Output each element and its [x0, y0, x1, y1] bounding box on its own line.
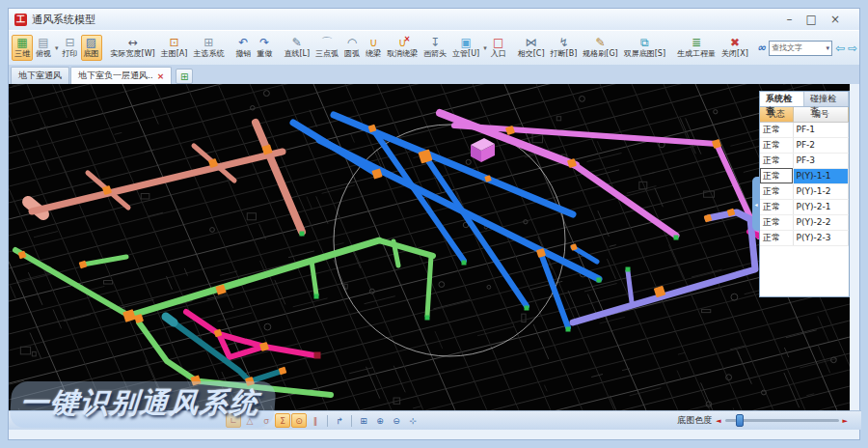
slider-right-mark-icon: ► [843, 417, 848, 425]
snap-sum-button[interactable]: Ʃ [275, 413, 290, 428]
intersect-button[interactable]: ⋈相交[C] [515, 35, 548, 61]
spec-brush-button[interactable]: ✎规格刷[G] [580, 35, 620, 61]
dual-screen-basemap-icon: ⧉ [640, 37, 649, 49]
table-row[interactable]: 正常P(Y)-1-1 [760, 168, 849, 183]
arc-button[interactable]: ◠圆弧 [341, 35, 363, 61]
row-code[interactable]: P(Y)-2-2 [793, 214, 849, 230]
find-previous-button[interactable]: ⇦ [835, 42, 845, 54]
row-status[interactable]: 正常 [760, 230, 793, 245]
main-view-button[interactable]: ⊡主图[A] [158, 35, 191, 61]
view-top-dropdown-icon[interactable]: ▾ [55, 44, 59, 52]
main-system-button[interactable]: ⊞主选系统 [190, 35, 227, 61]
view-top-label: 俯视 [36, 49, 51, 59]
statusbar-separator [351, 415, 352, 427]
title-bar: 工 通风系统模型 – □ × [9, 9, 859, 30]
main-toolbar: ▦三维▤俯视▾⊟打印▨底图↔实际宽度[W]⊡主图[A]⊞主选系统↶撤销↷重做✎直… [9, 30, 859, 65]
model-viewport[interactable]: ◂ 系统检查 碰撞检查 状态 编号 正常PF-1正常PF-2正常PF-3正常P(… [9, 84, 850, 410]
column-header-code[interactable]: 编号 [793, 107, 849, 122]
riser-dropdown-icon[interactable]: ▾ [483, 44, 487, 52]
row-code[interactable]: PF-2 [793, 137, 849, 153]
zoom-in-button[interactable]: ⊕ [372, 413, 388, 428]
arc-3pt-button[interactable]: ⌒三点弧 [312, 35, 341, 61]
row-code[interactable]: P(Y)-1-2 [793, 183, 849, 199]
view-3d-label: 三维 [14, 49, 30, 59]
print-button[interactable]: ⊟打印 [60, 35, 81, 61]
zoom-extents-button[interactable]: ⊞ [356, 413, 371, 428]
tab-basement-vent[interactable]: 地下室通风 [11, 67, 69, 84]
basemap-chroma-slider[interactable] [725, 419, 839, 422]
close-doc-icon: ✖ [730, 37, 740, 49]
main-system-label: 主选系统 [193, 49, 224, 59]
tab-collision-check[interactable]: 碰撞检查 [804, 92, 849, 106]
draw-arrow-icon: ↧ [430, 37, 440, 49]
row-status[interactable]: 正常 [760, 137, 793, 153]
riser-label: 立管[U] [452, 49, 479, 59]
wrap-beam-button[interactable]: ∪绕梁 [363, 35, 384, 61]
riser-button[interactable]: ▣立管[U] [449, 35, 482, 61]
row-status[interactable]: 正常 [760, 214, 793, 230]
find-text-input[interactable]: 查找文字 ▾ [769, 41, 832, 56]
row-code[interactable]: PF-3 [793, 153, 849, 168]
orbit-button[interactable]: ↱ [332, 413, 347, 428]
intersect-icon: ⋈ [526, 37, 537, 49]
break-button[interactable]: ↯打断[B] [548, 35, 581, 61]
generate-quantities-button[interactable]: ≣生成工程量 [674, 35, 719, 61]
panel-collapse-handle[interactable]: ◂ [752, 177, 760, 231]
actual-width-button[interactable]: ↔实际宽度[W] [108, 35, 158, 61]
snap-parallel-button[interactable]: ∥ [308, 413, 323, 428]
table-row[interactable]: 正常P(Y)-2-2 [760, 214, 849, 230]
line-icon: ✎ [292, 37, 302, 49]
table-row[interactable]: 正常PF-1 [760, 122, 849, 137]
row-code[interactable]: P(Y)-2-1 [793, 199, 849, 214]
basemap-label: 底图 [84, 49, 99, 59]
minimize-button[interactable]: – [787, 13, 793, 26]
row-code[interactable]: P(Y)-2-3 [793, 230, 849, 245]
pan-button[interactable]: ⊹ [405, 413, 420, 428]
row-status[interactable]: 正常 [760, 153, 793, 168]
break-icon: ↯ [558, 37, 568, 49]
row-status[interactable]: 正常 [760, 122, 793, 137]
row-code[interactable]: PF-1 [793, 122, 849, 137]
table-row[interactable]: 正常P(Y)-1-2 [760, 183, 849, 199]
maximize-button[interactable]: □ [806, 13, 817, 26]
table-row[interactable]: 正常PF-2 [760, 137, 849, 153]
riser-icon: ▣ [460, 37, 471, 49]
cancel-x-icon: × [404, 34, 411, 45]
tab-basement-b1-vent[interactable]: 地下室负一层通风.. × [70, 67, 172, 84]
draw-arrow-button[interactable]: ↧画箭头 [420, 35, 449, 61]
redo-button[interactable]: ↷重做 [254, 35, 275, 61]
row-status[interactable]: 正常 [760, 199, 793, 214]
close-button[interactable]: × [830, 13, 840, 26]
dual-screen-basemap-button[interactable]: ⧉双屏底图[S] [621, 35, 668, 61]
redo-icon: ↷ [259, 37, 269, 49]
entry-label: 入口 [491, 49, 506, 59]
zoom-out-button[interactable]: ⊖ [389, 413, 404, 428]
tab-close-icon[interactable]: × [157, 71, 165, 81]
table-row[interactable]: 正常P(Y)-2-1 [760, 199, 849, 214]
watermark-text: 一键识别通风系统 [9, 381, 276, 428]
undo-button[interactable]: ↶撤销 [232, 35, 254, 61]
row-status[interactable]: 正常 [760, 183, 793, 199]
entry-button[interactable]: □入口 [488, 35, 509, 61]
slider-thumb[interactable] [736, 414, 744, 427]
table-row[interactable]: 正常PF-3 [760, 153, 849, 168]
cancel-wrap-beam-button[interactable]: ∪×取消绕梁 [384, 35, 420, 61]
snap-center-button[interactable]: ⊙ [291, 413, 307, 428]
wrap-beam-label: 绕梁 [366, 49, 381, 59]
find-placeholder: 查找文字 [772, 42, 826, 53]
row-code[interactable]: P(Y)-1-1 [793, 168, 849, 183]
spec-brush-icon: ✎ [595, 37, 605, 49]
statusbar-separator [327, 415, 328, 427]
close-doc-button[interactable]: ✖关闭[X] [719, 35, 751, 61]
find-dropdown-icon[interactable]: ▾ [826, 44, 829, 52]
view-3d-button[interactable]: ▦三维 [12, 35, 33, 61]
new-tab-button[interactable]: ⊞ [176, 69, 193, 84]
row-status[interactable]: 正常 [760, 168, 793, 183]
tab-system-check[interactable]: 系统检查 [760, 92, 804, 106]
view-top-button[interactable]: ▤俯视 [33, 35, 54, 61]
viewport-canvas[interactable] [9, 84, 850, 410]
line-button[interactable]: ✎直线[L] [281, 35, 312, 61]
table-row[interactable]: 正常P(Y)-2-3 [760, 230, 849, 245]
basemap-button[interactable]: ▨底图 [81, 35, 102, 61]
find-next-button[interactable]: ⇨ [848, 42, 857, 54]
